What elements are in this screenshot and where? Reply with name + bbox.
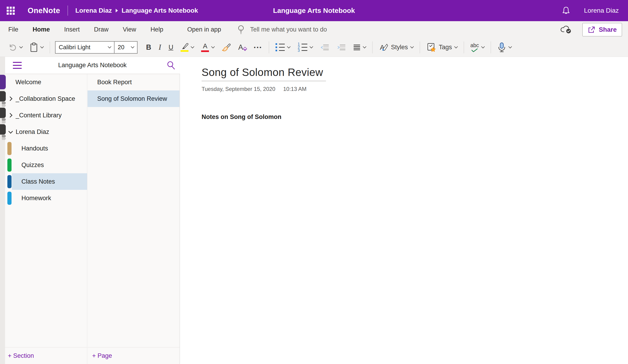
chevron-right-icon: [8, 96, 12, 101]
spellcheck-button[interactable]: abc: [468, 41, 487, 54]
add-page-button[interactable]: + Page: [87, 347, 179, 364]
page-date: Tuesday, September 15, 2020: [202, 86, 275, 92]
chevron-down-icon: [108, 45, 111, 49]
toolbar-divider: [464, 41, 464, 53]
page-book-report[interactable]: Book Report: [87, 74, 179, 90]
styles-icon: A: [379, 43, 388, 52]
menu-draw[interactable]: Draw: [94, 26, 108, 33]
clear-formatting-button[interactable]: A: [236, 41, 249, 54]
notifications-button[interactable]: [562, 6, 570, 15]
menu-help[interactable]: Help: [151, 26, 163, 33]
breadcrumb-user[interactable]: Lorena Diaz: [75, 7, 112, 14]
breadcrumb: Lorena Diaz Language Arts Notebook: [75, 7, 198, 14]
section-group-collaboration-space[interactable]: _Collaboration Space: [0, 90, 87, 107]
menu-file[interactable]: File: [8, 26, 18, 33]
font-color-button[interactable]: A: [199, 41, 217, 54]
bulleted-list-icon: [276, 43, 285, 51]
paste-button[interactable]: [27, 41, 46, 54]
section-welcome[interactable]: Welcome: [0, 74, 87, 90]
increase-indent-icon: [337, 44, 346, 51]
dictate-dropdown-chevron-icon: [508, 45, 512, 49]
paste-dropdown-chevron-icon: [40, 45, 44, 49]
app-name[interactable]: OneNote: [28, 6, 60, 15]
page-time: 10:13 AM: [283, 86, 306, 92]
undo-button[interactable]: [6, 41, 25, 54]
menu-home[interactable]: Home: [33, 26, 50, 33]
breadcrumb-separator-icon: [116, 9, 118, 12]
main-area: Language Arts Notebook Welcome _Collabor…: [0, 57, 628, 364]
section-group-tab: [0, 124, 6, 140]
font-color-dropdown-chevron-icon: [211, 45, 215, 49]
share-button[interactable]: Share: [582, 23, 622, 36]
bulleted-list-dropdown-chevron-icon: [287, 45, 291, 49]
add-section-button[interactable]: + Section: [5, 347, 87, 364]
clear-formatting-icon: A: [238, 44, 246, 51]
account-name[interactable]: Lorena Diaz: [584, 7, 619, 14]
decrease-indent-button[interactable]: [317, 41, 332, 54]
numbered-list-button[interactable]: 1 2 3: [295, 41, 315, 54]
alignment-button[interactable]: [351, 41, 368, 54]
increase-indent-button[interactable]: [334, 41, 348, 54]
topbar-divider: [68, 5, 68, 16]
open-in-app-button[interactable]: Open in app: [187, 26, 221, 33]
menubar-right: Share: [560, 23, 628, 36]
section-color-tab: [7, 159, 11, 172]
notebook-title: Language Arts Notebook: [5, 62, 180, 69]
highlighter-icon: [181, 43, 188, 52]
section-group-tab: [0, 108, 6, 123]
format-painter-button[interactable]: [219, 41, 233, 54]
highlighter-button[interactable]: [178, 41, 196, 54]
dictate-button[interactable]: [495, 41, 514, 54]
numbered-list-dropdown-chevron-icon: [310, 45, 313, 49]
page-canvas[interactable]: Song of Solomon Review Tuesday, Septembe…: [180, 57, 628, 364]
toolbar-divider: [372, 41, 373, 53]
styles-dropdown-chevron-icon: [410, 45, 414, 49]
note-body-text[interactable]: Notes on Song of Solomon: [202, 114, 628, 121]
page-timestamp: Tuesday, September 15, 2020 10:13 AM: [202, 86, 628, 92]
font-name-select[interactable]: Calibri Light: [55, 41, 114, 54]
spellcheck-icon: abc: [471, 43, 479, 52]
font-size-select[interactable]: 20: [114, 41, 138, 54]
page-title[interactable]: Song of Solomon Review: [202, 66, 326, 78]
bell-icon: [562, 6, 570, 15]
section-color-tab: [7, 175, 11, 188]
tell-me-box[interactable]: Tell me what you want to do: [238, 25, 327, 35]
window-title: Language Arts Notebook: [273, 7, 355, 14]
topbar-right: Lorena Diaz: [562, 6, 628, 15]
bold-button[interactable]: B: [144, 41, 154, 54]
page-song-of-solomon-review[interactable]: Song of Solomon Review: [87, 90, 179, 107]
italic-button[interactable]: I: [156, 41, 163, 54]
menu-items: File Home Insert Draw View Help: [8, 26, 163, 33]
styles-label: Styles: [391, 44, 408, 51]
alignment-icon: [353, 44, 361, 51]
more-formatting-button[interactable]: •••: [251, 41, 265, 54]
section-group-lorena-diaz[interactable]: Lorena Diaz: [0, 123, 87, 140]
section-class-notes[interactable]: Class Notes: [0, 173, 87, 190]
section-homework[interactable]: Homework: [0, 190, 87, 206]
app-launcher-icon: [7, 7, 15, 15]
breadcrumb-notebook[interactable]: Language Arts Notebook: [122, 7, 198, 14]
section-group-content-library[interactable]: _Content Library: [0, 107, 87, 123]
app-launcher-button[interactable]: [0, 0, 21, 21]
section-quizzes[interactable]: Quizzes: [0, 157, 87, 173]
menu-view[interactable]: View: [123, 26, 136, 33]
section-color-tab: [7, 192, 11, 205]
underline-button[interactable]: U: [166, 41, 176, 54]
toolbar-divider: [491, 41, 491, 53]
section-handouts[interactable]: Handouts: [0, 140, 87, 157]
search-button[interactable]: [166, 61, 175, 70]
menu-insert[interactable]: Insert: [64, 26, 80, 33]
sync-status-icon[interactable]: [560, 26, 573, 34]
sections-pane: Welcome _Collaboration Space _Content Li…: [0, 74, 87, 364]
title-underline: [202, 81, 326, 81]
styles-button[interactable]: A Styles: [377, 41, 416, 54]
section-color-tab: [0, 75, 6, 89]
ribbon-toolbar: Calibri Light 20 B I U A: [0, 38, 628, 57]
bulleted-list-button[interactable]: [273, 41, 293, 54]
font-color-icon: A: [201, 43, 209, 52]
tell-me-label: Tell me what you want to do: [250, 26, 327, 33]
chevron-down-icon: [131, 45, 135, 49]
font-name-value: Calibri Light: [59, 44, 90, 51]
spellcheck-dropdown-chevron-icon: [481, 45, 485, 49]
tags-button[interactable]: Tags: [424, 41, 460, 54]
